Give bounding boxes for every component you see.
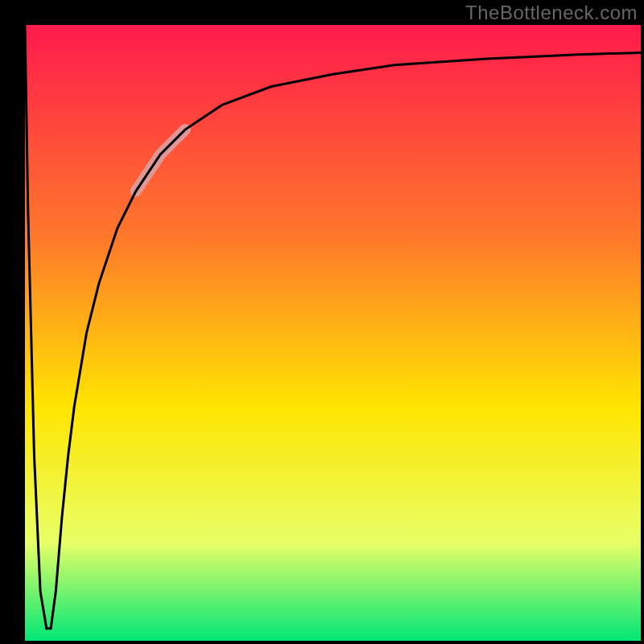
chart-background [25, 25, 641, 641]
bottleneck-chart [0, 0, 644, 644]
watermark-text: TheBottleneck.com [465, 2, 638, 24]
chart-stage: TheBottleneck.com [0, 0, 644, 644]
